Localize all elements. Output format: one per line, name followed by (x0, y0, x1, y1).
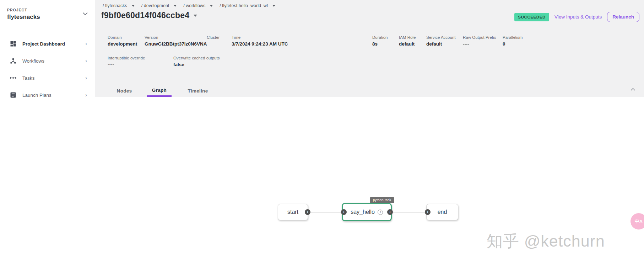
breadcrumb-item-project[interactable]: / flytesnacks (103, 3, 135, 8)
node-output-port: › (387, 209, 393, 215)
graph-edge (308, 212, 344, 212)
node-output-port: › (305, 209, 310, 215)
translate-fab[interactable]: 中A (631, 213, 644, 230)
caret-down-icon[interactable] (194, 15, 197, 17)
sidebar-item-workflows[interactable]: Workflows › (0, 52, 95, 69)
tab-timeline[interactable]: Timeline (184, 85, 212, 97)
dashboard-icon (10, 40, 17, 47)
info-icon[interactable]: i (378, 210, 383, 215)
status-badge: SUCCEEDED (514, 13, 549, 21)
graph-node-say-hello[interactable]: say_hello i (342, 203, 392, 221)
chinese-glyph: 中 (635, 218, 639, 225)
chevron-up-icon[interactable] (629, 86, 637, 94)
project-label: PROJECT (7, 8, 88, 12)
breadcrumb-item-workflows[interactable]: / workflows (183, 3, 213, 8)
sidebar-item-label: Project Dashboard (22, 41, 65, 47)
sidebar-item-label: Workflows (22, 58, 44, 64)
breadcrumb-label: / development (141, 3, 169, 8)
chevron-right-icon: › (85, 75, 87, 81)
main-content: / flytesnacks / development / workflows … (95, 0, 644, 269)
detail-iam-role: IAM Role default (399, 35, 416, 47)
node-input-port: › (425, 209, 431, 215)
breadcrumb-label: / flytesnacks (103, 3, 127, 8)
breadcrumb-label: / workflows (183, 3, 205, 8)
sidebar: PROJECT flytesnacks Project Dashboard › (0, 0, 95, 269)
tab-nodes[interactable]: Nodes (110, 85, 139, 97)
workflow-graph-canvas[interactable]: start python-task say_hello i end › › › … (95, 97, 644, 269)
detail-domain: Domain development (108, 35, 137, 47)
node-label: start (287, 209, 298, 215)
tab-graph[interactable]: Graph (147, 85, 172, 97)
zhihu-watermark: 知乎 @ketchurn (487, 231, 605, 252)
caret-down-icon[interactable] (174, 5, 177, 7)
execution-controls: SUCCEEDED View Inputs & Outputs Relaunch (514, 12, 639, 22)
caret-down-icon[interactable] (132, 5, 135, 7)
sidebar-item-label: Launch Plans (22, 93, 52, 98)
sidebar-item-launch-plans[interactable]: Launch Plans › (0, 86, 95, 104)
linked-dots-icon (10, 74, 17, 81)
project-selector[interactable]: PROJECT flytesnacks (0, 0, 95, 30)
detail-interruptible-override: Interruptible override ---- (108, 56, 145, 67)
view-inputs-outputs-link[interactable]: View Inputs & Outputs (554, 14, 602, 20)
detail-version: Version GnuwGf2BBtpt37Iz0N6VNA (145, 35, 207, 47)
detail-overwrite-cached-outputs: Overwrite cached outputs false (173, 56, 220, 67)
detail-parallelism: Parallelism 0 (503, 35, 523, 47)
page-title: f9bf0e60d14f046ccbe4 (101, 11, 189, 20)
breadcrumb: / flytesnacks / development / workflows … (103, 3, 275, 8)
node-input-port: › (341, 209, 347, 215)
breadcrumb-item-domain[interactable]: / development (141, 3, 177, 8)
breadcrumb-item-workflow-name[interactable]: / flytetest.hello_world_wf (220, 3, 275, 8)
document-icon (10, 91, 17, 99)
caret-down-icon[interactable] (210, 5, 213, 7)
detail-duration: Duration 8s (372, 35, 388, 47)
sidebar-item-tasks[interactable]: Tasks › (0, 69, 95, 86)
execution-title-dropdown[interactable]: f9bf0e60d14f046ccbe4 (101, 11, 197, 20)
caret-down-icon[interactable] (272, 5, 275, 7)
relaunch-button[interactable]: Relaunch (607, 12, 639, 22)
flyte-console: PROJECT flytesnacks Project Dashboard › (0, 0, 644, 269)
node-label: say_hello (351, 209, 375, 215)
detail-raw-output-prefix: Raw Output Prefix ---- (463, 35, 496, 47)
graph-node-end[interactable]: end (426, 204, 458, 220)
chevron-right-icon: › (85, 41, 87, 47)
chevron-right-icon: › (85, 92, 87, 98)
chevron-right-icon: › (85, 58, 87, 64)
breadcrumb-label: / flytetest.hello_world_wf (220, 3, 268, 8)
node-label: end (438, 209, 447, 215)
tab-bar: Nodes Graph Timeline (95, 83, 644, 97)
project-name: flytesnacks (7, 14, 88, 21)
detail-service-account: Service Account default (426, 35, 455, 47)
chevron-down-icon[interactable] (81, 10, 89, 19)
sidebar-item-project-dashboard[interactable]: Project Dashboard › (0, 35, 95, 52)
detail-cluster: Cluster (207, 35, 220, 41)
workflow-hub-icon (10, 57, 17, 64)
graph-node-start[interactable]: start (278, 204, 308, 220)
latin-glyph: A (639, 219, 643, 224)
task-type-badge: python-task (370, 197, 394, 203)
detail-time: Time 3/7/2024 9:24:23 AM UTC (232, 35, 288, 47)
sidebar-item-label: Tasks (22, 75, 35, 81)
sidebar-menu: Project Dashboard › Workflows › (0, 30, 95, 104)
graph-edge (390, 212, 428, 212)
